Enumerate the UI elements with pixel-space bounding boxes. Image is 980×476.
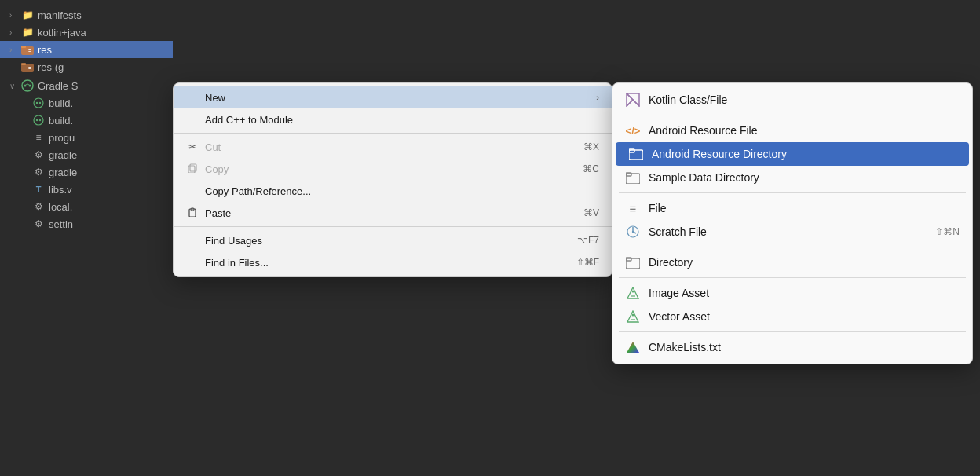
submenu-item-android-resource-file[interactable]: </> Android Resource File [612, 119, 972, 142]
svg-rect-5 [21, 63, 26, 65]
scratch-file-shortcut: ⇧⌘N [935, 226, 960, 237]
tree-item-label: gradle [49, 149, 77, 161]
tree-item-label: settin [49, 218, 73, 230]
menu-item-new[interactable]: New › [174, 86, 612, 108]
menu-item-label: Copy [205, 163, 229, 175]
submenu-separator [619, 115, 966, 115]
svg-line-22 [627, 100, 633, 106]
submenu-separator [619, 277, 966, 278]
svg-marker-21 [627, 93, 633, 106]
svg-point-14 [36, 119, 38, 121]
settings-icon: ⚙ [31, 148, 46, 161]
menu-item-label: Paste [205, 207, 231, 219]
svg-point-13 [34, 115, 43, 125]
settings-icon: ⚙ [31, 166, 46, 178]
menu-item-copy[interactable]: Copy ⌘C [174, 158, 612, 180]
new-submenu: Kotlin Class/File </> Android Resource F… [612, 82, 973, 364]
submenu-item-label: File [649, 202, 667, 214]
svg-marker-41 [627, 342, 639, 353]
svg-text:=: = [28, 65, 31, 71]
tree-item-gradle-settings2[interactable]: › ⚙ gradle [0, 163, 173, 181]
submenu-separator [619, 331, 966, 332]
submenu-item-label: Directory [649, 256, 693, 269]
android-resource-dir-icon [628, 146, 644, 162]
tree-item-libs-versions[interactable]: › T libs.v [0, 181, 173, 198]
svg-text:=: = [28, 48, 31, 53]
menu-item-copy-path[interactable]: Copy Path/Reference... [174, 180, 612, 202]
submenu-item-image-asset[interactable]: Image Asset [612, 281, 972, 305]
svg-line-23 [633, 100, 639, 106]
tree-item-settings[interactable]: › ⚙ settin [0, 215, 173, 233]
submenu-item-directory[interactable]: Directory [612, 251, 972, 274]
context-menu: New › Add C++ to Module ✂ Cut ⌘X Copy [173, 82, 612, 277]
submenu-item-kotlin-class[interactable]: Kotlin Class/File [612, 88, 972, 112]
submenu-item-vector-asset[interactable]: Vector Asset [612, 305, 972, 328]
arrow-icon: › [596, 93, 599, 102]
tree-item-label: build. [49, 97, 73, 109]
svg-point-10 [34, 98, 43, 108]
cut-shortcut: ⌘X [583, 141, 599, 152]
svg-point-7 [22, 80, 33, 91]
menu-item-paste[interactable]: Paste ⌘V [174, 202, 612, 224]
menu-item-find-usages[interactable]: Find Usages ⌥F7 [174, 229, 612, 251]
tree-item-label: libs.v [49, 184, 72, 196]
menu-item-label: Find in Files... [205, 257, 269, 269]
tree-item-gradle-settings1[interactable]: › ⚙ gradle [0, 146, 173, 163]
tree-item-res-g[interactable]: › = res (g [0, 58, 173, 75]
svg-point-15 [39, 119, 41, 121]
gradle-file-icon [31, 97, 46, 109]
settings-icon: ⚙ [31, 200, 46, 213]
submenu-item-label: Vector Asset [649, 310, 710, 323]
submenu-separator [619, 247, 966, 247]
svg-point-31 [632, 231, 634, 233]
submenu-item-cmake[interactable]: CMakeLists.txt [612, 335, 972, 359]
menu-item-label: Copy Path/Reference... [205, 185, 311, 197]
tree-item-local-properties[interactable]: › ⚙ local. [0, 198, 173, 215]
menu-item-add-cpp[interactable]: Add C++ to Module [174, 108, 612, 130]
copy-icon [186, 163, 199, 175]
svg-point-11 [36, 102, 38, 104]
submenu-item-file[interactable]: ≡ File [612, 196, 972, 220]
tree-item-proguard[interactable]: › ≡ progu [0, 129, 173, 146]
folder-orange-icon: = [20, 60, 35, 73]
submenu-item-sample-data-dir[interactable]: Sample Data Directory [612, 166, 972, 189]
submenu-item-android-resource-dir[interactable]: Android Resource Directory [616, 142, 969, 166]
tree-item-label: gradle [49, 167, 77, 178]
tree-item-label: Gradle S [38, 80, 78, 92]
tree-item-kotlin-java[interactable]: › 📁 kotlin+java [0, 24, 173, 41]
paste-icon [186, 207, 199, 219]
tree-item-label: progu [49, 132, 75, 144]
folder-icon: 📁 [20, 9, 35, 21]
tree-item-build1[interactable]: › build. [0, 94, 173, 112]
svg-rect-26 [626, 174, 640, 184]
tree-item-label: kotlin+java [38, 27, 86, 38]
tree-item-label: build. [49, 115, 73, 126]
tree-item-gradle-scripts[interactable]: ∨ Gradle S [0, 77, 173, 94]
svg-rect-16 [188, 166, 195, 173]
tree-item-res[interactable]: › = res [0, 41, 173, 58]
submenu-item-label: Sample Data Directory [649, 171, 759, 184]
find-in-files-shortcut: ⇧⌘F [576, 257, 599, 268]
separator [174, 133, 612, 134]
directory-icon [625, 254, 641, 270]
cut-icon: ✂ [186, 141, 199, 152]
svg-marker-34 [627, 287, 638, 298]
submenu-item-label: Android Resource Directory [652, 148, 787, 160]
copy-shortcut: ⌘C [583, 163, 599, 174]
menu-item-label: Cut [205, 141, 221, 153]
menu-item-find-in-files[interactable]: Find in Files... ⇧⌘F [174, 251, 612, 273]
svg-point-12 [39, 102, 41, 104]
sample-data-dir-icon [625, 170, 641, 185]
menu-item-cut[interactable]: ✂ Cut ⌘X [174, 136, 612, 158]
svg-rect-24 [629, 150, 643, 160]
tree-item-manifests[interactable]: › 📁 manifests [0, 6, 173, 24]
menu-item-label: New [205, 92, 225, 104]
submenu-item-label: CMakeLists.txt [649, 341, 721, 353]
file-icon: ≡ [31, 131, 46, 144]
file-tree: › 📁 manifests › 📁 kotlin+java › = res › … [0, 0, 173, 476]
tree-item-build2[interactable]: › build. [0, 112, 173, 129]
submenu-item-label: Image Asset [649, 287, 709, 299]
cmake-icon [625, 339, 641, 355]
folder-orange-icon: = [20, 43, 35, 56]
submenu-item-scratch-file[interactable]: Scratch File ⇧⌘N [612, 220, 972, 243]
